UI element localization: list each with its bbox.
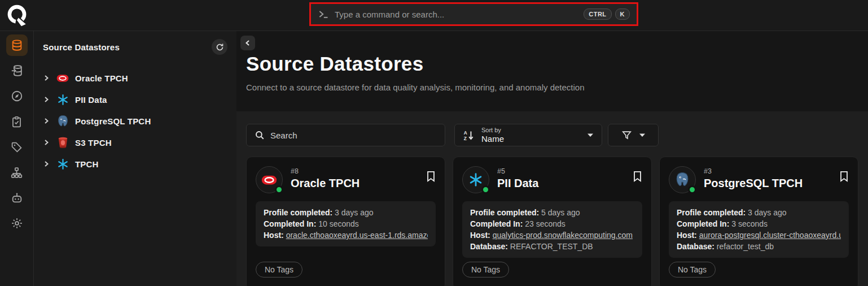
no-tags-chip: No Tags — [669, 262, 716, 278]
kbd-k: K — [615, 8, 630, 20]
card-title-block: #8 Oracle TPCH — [291, 166, 360, 190]
toolbar: A Z Sort by Name — [246, 124, 858, 146]
postgresql-logo-icon — [675, 172, 690, 187]
tree-panel-header: Source Datastores — [43, 39, 227, 55]
chevron-left-icon — [244, 40, 251, 46]
refresh-icon — [216, 43, 224, 51]
field-host: Host: qualytics-prod.snowflakecomputing.… — [470, 229, 634, 241]
sidebar-item-enrichment-datastores[interactable] — [6, 60, 28, 81]
tree-items: Oracle TPCH PII Data — [43, 67, 227, 175]
tree-item-label: PII Data — [75, 95, 107, 105]
tree-item-s3-tpch[interactable]: S3 TPCH — [43, 132, 227, 153]
field-profile-completed: Profile completed: 3 days ago — [264, 207, 428, 218]
chevron-right-icon[interactable] — [43, 161, 55, 167]
avatar — [256, 166, 283, 193]
bookmark-button[interactable] — [839, 171, 849, 184]
tree-item-tpch[interactable]: TPCH — [43, 153, 227, 175]
app-body: Source Datastores Oracle TPCH — [0, 31, 868, 286]
card-info-wrap: Profile completed: 3 days ago Completed … — [256, 201, 436, 262]
command-search-input[interactable] — [335, 10, 580, 19]
lineage-sitemap-icon — [11, 167, 23, 179]
field-profile-completed: Profile completed: 5 days ago — [470, 207, 634, 218]
bot-icon — [11, 192, 23, 204]
datastore-tree-panel: Source Datastores Oracle TPCH — [34, 31, 236, 286]
datastore-card-postgresql-tpch[interactable]: #3 PostgreSQL TPCH Profile co — [659, 157, 858, 286]
datastore-card-pii-data[interactable]: #5 PII Data Profile completed — [453, 157, 652, 286]
sidebar-item-source-datastores[interactable] — [6, 34, 28, 56]
chevron-down-icon — [639, 133, 646, 137]
sort-value: Name — [481, 134, 504, 144]
qualytics-logo[interactable] — [0, 0, 34, 31]
filter-dropdown[interactable] — [608, 124, 659, 146]
enrichment-datastores-icon — [11, 64, 23, 77]
card-info-wrap: Profile completed: 5 days ago Completed … — [462, 201, 642, 262]
avatar — [669, 166, 696, 193]
tags-icon — [11, 141, 23, 153]
checks-clipboard-icon — [11, 116, 23, 128]
datastore-id: #8 — [291, 167, 360, 175]
tree-item-oracle-tpch[interactable]: Oracle TPCH — [43, 67, 227, 89]
sidebar-item-bot[interactable] — [6, 187, 28, 209]
sidebar-item-lineage[interactable] — [6, 162, 28, 183]
sidebar-item-explore[interactable] — [6, 85, 28, 107]
datastore-title: Oracle TPCH — [291, 177, 360, 190]
bookmark-icon — [839, 171, 849, 182]
no-tags-chip: No Tags — [256, 262, 303, 278]
no-tags-chip: No Tags — [462, 262, 509, 278]
tree-item-label: Oracle TPCH — [75, 73, 128, 83]
sidebar-item-tags[interactable] — [6, 136, 28, 158]
host-link[interactable]: qualytics-prod.snowflakecomputing.com — [493, 231, 633, 240]
svg-text:A: A — [464, 129, 467, 135]
datastore-title: PostgreSQL TPCH — [704, 177, 803, 190]
search-icon — [255, 130, 265, 140]
collapse-tree-button[interactable] — [240, 36, 255, 50]
bookmark-button[interactable] — [633, 171, 642, 184]
terminal-prompt-icon — [318, 8, 329, 20]
card-header: #5 PII Data — [462, 166, 642, 193]
card-info-box: Profile completed: 5 days ago Completed … — [462, 201, 642, 258]
tree-item-pii-data[interactable]: PII Data — [43, 89, 227, 110]
card-title-block: #5 PII Data — [497, 166, 538, 190]
page-subtitle: Connect to a source datastore for data q… — [246, 83, 854, 92]
oracle-logo-icon — [261, 175, 277, 185]
tree-item-postgresql-tpch[interactable]: PostgreSQL TPCH — [43, 110, 227, 132]
search-box[interactable] — [246, 124, 445, 146]
host-link[interactable]: aurora-postgresql.cluster-cthoaoxeayrd.u… — [699, 231, 841, 240]
chevron-right-icon[interactable] — [43, 75, 55, 81]
datastores-section: A Z Sort by Name — [236, 111, 868, 286]
chevron-right-icon[interactable] — [43, 118, 55, 124]
datastore-id: #5 — [497, 167, 538, 175]
bookmark-icon — [426, 171, 436, 182]
svg-text:Z: Z — [464, 136, 467, 141]
refresh-button[interactable] — [212, 39, 227, 55]
qualytics-logo-icon — [5, 3, 29, 28]
sort-by-label: Sort by — [481, 127, 504, 134]
tree-panel-title: Source Datastores — [43, 42, 120, 52]
status-online-dot — [481, 185, 490, 194]
filter-funnel-icon — [621, 130, 632, 141]
command-palette-bar[interactable]: CTRL K — [309, 2, 638, 26]
snowflake-logo-icon — [468, 172, 483, 187]
avatar — [462, 166, 489, 193]
field-completed-in: Completed In: 23 seconds — [470, 218, 634, 229]
sidebar-item-checks[interactable] — [6, 111, 28, 132]
field-profile-completed: Profile completed: 3 days ago — [677, 207, 841, 218]
datastore-id: #3 — [704, 167, 803, 175]
search-input[interactable] — [270, 131, 437, 140]
s3-logo-icon — [55, 137, 70, 149]
chevron-right-icon[interactable] — [43, 96, 55, 103]
bookmark-icon — [633, 171, 642, 182]
chevron-right-icon[interactable] — [43, 139, 55, 146]
datastore-card-oracle-tpch[interactable]: #8 Oracle TPCH Profile comple — [246, 157, 445, 286]
sort-dropdown[interactable]: A Z Sort by Name — [454, 124, 602, 146]
postgresql-logo-icon — [55, 115, 70, 127]
host-link[interactable]: oracle.cthoaoxeayrd.us-east-1.rds.amazon… — [286, 231, 428, 240]
bookmark-button[interactable] — [426, 171, 436, 184]
sidebar-item-settings[interactable] — [6, 213, 28, 234]
snowflake-logo-icon — [55, 94, 70, 106]
app: CTRL K — [0, 0, 868, 286]
chevron-down-icon — [587, 133, 594, 137]
card-title-block: #3 PostgreSQL TPCH — [704, 166, 803, 190]
datastore-title: PII Data — [497, 177, 538, 190]
card-header: #3 PostgreSQL TPCH — [669, 166, 849, 193]
